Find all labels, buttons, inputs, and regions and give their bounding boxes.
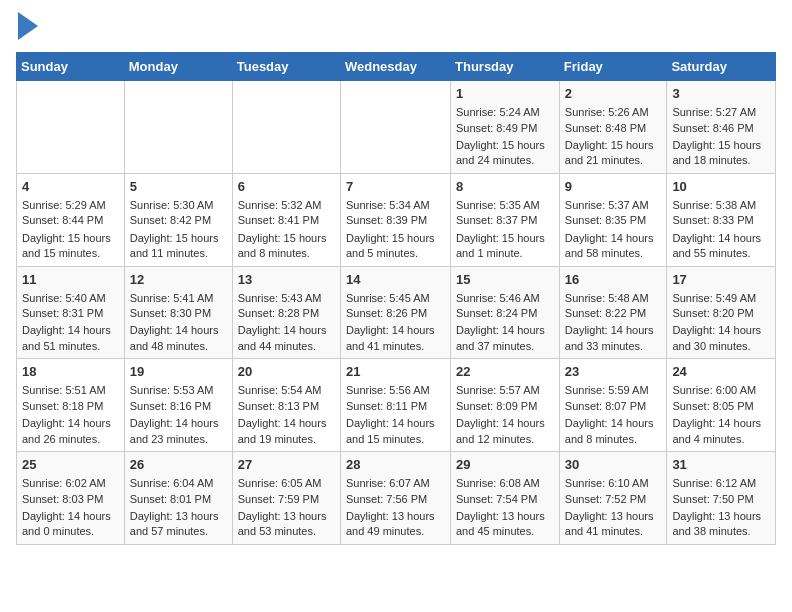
logo-icon xyxy=(18,12,38,40)
calendar-cell: 24Sunrise: 6:00 AMSunset: 8:05 PMDayligh… xyxy=(667,359,776,452)
day-number: 1 xyxy=(456,85,554,103)
column-header-monday: Monday xyxy=(124,53,232,81)
column-header-saturday: Saturday xyxy=(667,53,776,81)
calendar-cell xyxy=(232,81,340,174)
sunrise-text: Sunrise: 5:24 AM xyxy=(456,106,540,118)
day-number: 4 xyxy=(22,178,119,196)
daylight-text: Daylight: 14 hours and 33 minutes. xyxy=(565,323,662,354)
calendar-cell: 14Sunrise: 5:45 AMSunset: 8:26 PMDayligh… xyxy=(340,266,450,359)
sunset-text: Sunset: 8:33 PM xyxy=(672,214,753,226)
daylight-text: Daylight: 14 hours and 51 minutes. xyxy=(22,323,119,354)
sunrise-text: Sunrise: 6:04 AM xyxy=(130,477,214,489)
daylight-text: Daylight: 15 hours and 18 minutes. xyxy=(672,138,770,169)
sunrise-text: Sunrise: 6:07 AM xyxy=(346,477,430,489)
calendar-cell: 3Sunrise: 5:27 AMSunset: 8:46 PMDaylight… xyxy=(667,81,776,174)
sunset-text: Sunset: 8:28 PM xyxy=(238,307,319,319)
sunrise-text: Sunrise: 5:59 AM xyxy=(565,384,649,396)
sunrise-text: Sunrise: 5:32 AM xyxy=(238,199,322,211)
sunset-text: Sunset: 8:35 PM xyxy=(565,214,646,226)
day-number: 9 xyxy=(565,178,662,196)
daylight-text: Daylight: 15 hours and 1 minute. xyxy=(456,231,554,262)
daylight-text: Daylight: 14 hours and 15 minutes. xyxy=(346,416,445,447)
calendar-cell: 8Sunrise: 5:35 AMSunset: 8:37 PMDaylight… xyxy=(451,173,560,266)
day-number: 10 xyxy=(672,178,770,196)
calendar-cell: 15Sunrise: 5:46 AMSunset: 8:24 PMDayligh… xyxy=(451,266,560,359)
sunset-text: Sunset: 8:09 PM xyxy=(456,400,537,412)
sunrise-text: Sunrise: 6:05 AM xyxy=(238,477,322,489)
calendar-cell: 27Sunrise: 6:05 AMSunset: 7:59 PMDayligh… xyxy=(232,452,340,545)
calendar-cell: 18Sunrise: 5:51 AMSunset: 8:18 PMDayligh… xyxy=(17,359,125,452)
calendar-cell: 21Sunrise: 5:56 AMSunset: 8:11 PMDayligh… xyxy=(340,359,450,452)
calendar-cell: 22Sunrise: 5:57 AMSunset: 8:09 PMDayligh… xyxy=(451,359,560,452)
sunset-text: Sunset: 8:30 PM xyxy=(130,307,211,319)
day-number: 25 xyxy=(22,456,119,474)
sunset-text: Sunset: 8:49 PM xyxy=(456,122,537,134)
sunrise-text: Sunrise: 5:54 AM xyxy=(238,384,322,396)
sunrise-text: Sunrise: 5:26 AM xyxy=(565,106,649,118)
daylight-text: Daylight: 14 hours and 37 minutes. xyxy=(456,323,554,354)
sunset-text: Sunset: 8:03 PM xyxy=(22,493,103,505)
calendar-cell: 31Sunrise: 6:12 AMSunset: 7:50 PMDayligh… xyxy=(667,452,776,545)
calendar-week-row: 25Sunrise: 6:02 AMSunset: 8:03 PMDayligh… xyxy=(17,452,776,545)
daylight-text: Daylight: 14 hours and 30 minutes. xyxy=(672,323,770,354)
day-number: 13 xyxy=(238,271,335,289)
daylight-text: Daylight: 14 hours and 58 minutes. xyxy=(565,231,662,262)
day-number: 20 xyxy=(238,363,335,381)
day-number: 30 xyxy=(565,456,662,474)
daylight-text: Daylight: 14 hours and 55 minutes. xyxy=(672,231,770,262)
sunrise-text: Sunrise: 5:57 AM xyxy=(456,384,540,396)
daylight-text: Daylight: 14 hours and 12 minutes. xyxy=(456,416,554,447)
sunset-text: Sunset: 7:50 PM xyxy=(672,493,753,505)
calendar-cell: 4Sunrise: 5:29 AMSunset: 8:44 PMDaylight… xyxy=(17,173,125,266)
day-number: 18 xyxy=(22,363,119,381)
logo xyxy=(16,16,38,40)
calendar-cell: 9Sunrise: 5:37 AMSunset: 8:35 PMDaylight… xyxy=(559,173,667,266)
sunrise-text: Sunrise: 5:53 AM xyxy=(130,384,214,396)
sunset-text: Sunset: 8:01 PM xyxy=(130,493,211,505)
calendar-week-row: 1Sunrise: 5:24 AMSunset: 8:49 PMDaylight… xyxy=(17,81,776,174)
daylight-text: Daylight: 14 hours and 48 minutes. xyxy=(130,323,227,354)
calendar-cell: 30Sunrise: 6:10 AMSunset: 7:52 PMDayligh… xyxy=(559,452,667,545)
sunset-text: Sunset: 7:56 PM xyxy=(346,493,427,505)
sunset-text: Sunset: 8:24 PM xyxy=(456,307,537,319)
calendar-week-row: 4Sunrise: 5:29 AMSunset: 8:44 PMDaylight… xyxy=(17,173,776,266)
sunrise-text: Sunrise: 5:41 AM xyxy=(130,292,214,304)
calendar-cell: 25Sunrise: 6:02 AMSunset: 8:03 PMDayligh… xyxy=(17,452,125,545)
calendar-header-row: SundayMondayTuesdayWednesdayThursdayFrid… xyxy=(17,53,776,81)
sunrise-text: Sunrise: 6:12 AM xyxy=(672,477,756,489)
calendar-cell: 19Sunrise: 5:53 AMSunset: 8:16 PMDayligh… xyxy=(124,359,232,452)
sunset-text: Sunset: 8:20 PM xyxy=(672,307,753,319)
calendar-cell: 29Sunrise: 6:08 AMSunset: 7:54 PMDayligh… xyxy=(451,452,560,545)
daylight-text: Daylight: 14 hours and 4 minutes. xyxy=(672,416,770,447)
calendar-cell: 2Sunrise: 5:26 AMSunset: 8:48 PMDaylight… xyxy=(559,81,667,174)
sunset-text: Sunset: 8:13 PM xyxy=(238,400,319,412)
sunset-text: Sunset: 8:16 PM xyxy=(130,400,211,412)
day-number: 19 xyxy=(130,363,227,381)
calendar-cell: 7Sunrise: 5:34 AMSunset: 8:39 PMDaylight… xyxy=(340,173,450,266)
calendar-cell: 26Sunrise: 6:04 AMSunset: 8:01 PMDayligh… xyxy=(124,452,232,545)
sunrise-text: Sunrise: 5:35 AM xyxy=(456,199,540,211)
calendar-cell: 13Sunrise: 5:43 AMSunset: 8:28 PMDayligh… xyxy=(232,266,340,359)
daylight-text: Daylight: 14 hours and 26 minutes. xyxy=(22,416,119,447)
sunset-text: Sunset: 8:22 PM xyxy=(565,307,646,319)
sunset-text: Sunset: 8:26 PM xyxy=(346,307,427,319)
day-number: 2 xyxy=(565,85,662,103)
calendar-cell: 17Sunrise: 5:49 AMSunset: 8:20 PMDayligh… xyxy=(667,266,776,359)
day-number: 22 xyxy=(456,363,554,381)
daylight-text: Daylight: 15 hours and 15 minutes. xyxy=(22,231,119,262)
sunset-text: Sunset: 8:05 PM xyxy=(672,400,753,412)
sunrise-text: Sunrise: 5:51 AM xyxy=(22,384,106,396)
calendar-cell: 28Sunrise: 6:07 AMSunset: 7:56 PMDayligh… xyxy=(340,452,450,545)
daylight-text: Daylight: 14 hours and 41 minutes. xyxy=(346,323,445,354)
column-header-sunday: Sunday xyxy=(17,53,125,81)
sunset-text: Sunset: 8:18 PM xyxy=(22,400,103,412)
sunrise-text: Sunrise: 5:27 AM xyxy=(672,106,756,118)
day-number: 21 xyxy=(346,363,445,381)
sunrise-text: Sunrise: 6:08 AM xyxy=(456,477,540,489)
svg-marker-0 xyxy=(18,12,38,40)
day-number: 16 xyxy=(565,271,662,289)
day-number: 24 xyxy=(672,363,770,381)
column-header-wednesday: Wednesday xyxy=(340,53,450,81)
calendar-cell: 6Sunrise: 5:32 AMSunset: 8:41 PMDaylight… xyxy=(232,173,340,266)
sunrise-text: Sunrise: 5:34 AM xyxy=(346,199,430,211)
